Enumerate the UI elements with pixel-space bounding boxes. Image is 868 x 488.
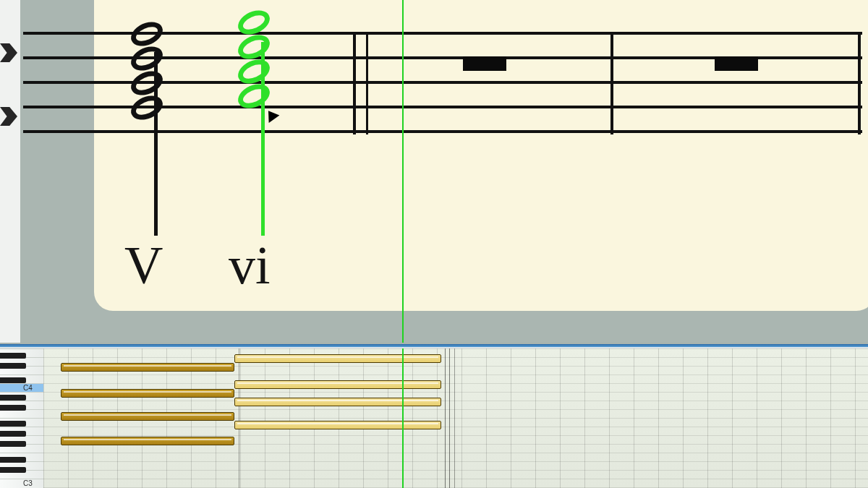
black-key[interactable]: [0, 363, 26, 369]
black-key[interactable]: [0, 431, 26, 437]
black-key[interactable]: [0, 353, 26, 359]
grid-bar-divider: [239, 348, 239, 488]
pane-divider[interactable]: [0, 344, 868, 347]
black-key[interactable]: [0, 377, 26, 383]
black-key[interactable]: [0, 395, 26, 401]
score-ruler-gutter: [0, 0, 20, 343]
chord-label-V[interactable]: V: [124, 239, 163, 292]
barline: [353, 32, 356, 134]
whole-rest-icon: [463, 56, 506, 71]
black-key[interactable]: [0, 457, 26, 463]
playhead[interactable]: [402, 348, 404, 488]
key-label-c4: C4: [23, 384, 33, 392]
midi-note[interactable]: [61, 437, 234, 445]
midi-note[interactable]: [234, 398, 441, 406]
black-key[interactable]: [0, 441, 26, 447]
midi-note[interactable]: [234, 354, 441, 363]
grid-bar-divider: [445, 348, 450, 488]
midi-note[interactable]: [61, 363, 234, 372]
black-key[interactable]: [0, 467, 26, 473]
staff-line: [23, 130, 862, 133]
midi-note[interactable]: [234, 380, 441, 389]
black-key[interactable]: [0, 421, 26, 427]
white-key[interactable]: [0, 479, 43, 487]
midi-note[interactable]: [61, 389, 234, 398]
piano-roll-pane: C4 C3: [0, 348, 868, 488]
brace-mark-icon: [0, 43, 17, 62]
playhead[interactable]: [402, 0, 404, 343]
black-key[interactable]: [0, 405, 26, 411]
piano-roll-grid[interactable]: [43, 348, 868, 488]
barline: [366, 32, 368, 134]
midi-note[interactable]: [234, 421, 441, 429]
midi-note[interactable]: [61, 412, 234, 421]
chord-label-vi[interactable]: vi: [229, 239, 271, 292]
brace-mark-icon: [0, 107, 17, 126]
barline: [610, 32, 613, 134]
key-label-c3: C3: [23, 479, 33, 487]
whole-rest-icon: [715, 56, 758, 71]
score-pane: V vi: [0, 0, 868, 343]
grid-bar-divider: [454, 348, 455, 488]
barline-end: [858, 32, 861, 134]
white-key-selected[interactable]: [0, 383, 43, 392]
piano-keyboard[interactable]: C4 C3: [0, 348, 43, 488]
